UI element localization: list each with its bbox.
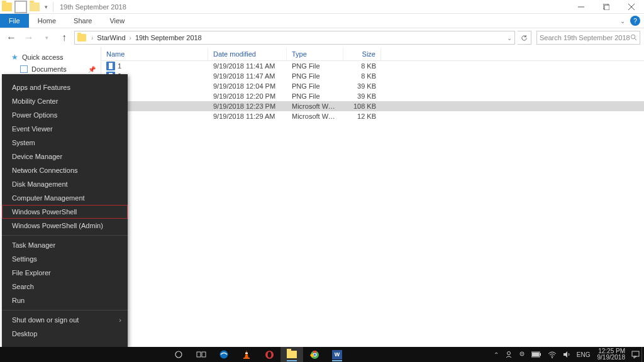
show-desktop-button[interactable] bbox=[641, 347, 644, 362]
tab-home[interactable]: Home bbox=[29, 14, 65, 28]
search-icon[interactable] bbox=[630, 34, 637, 42]
cell-type: Microsoft Word D... bbox=[287, 112, 343, 120]
maximize-button[interactable] bbox=[594, 0, 619, 14]
new-folder-icon[interactable] bbox=[28, 1, 42, 13]
people-icon[interactable] bbox=[502, 347, 516, 362]
clock[interactable]: 12:25 PM 9/19/2018 bbox=[594, 348, 630, 361]
cell-type: PNG File bbox=[287, 62, 343, 70]
recent-locations-icon[interactable]: ▾ bbox=[39, 30, 54, 45]
winx-item-system[interactable]: System bbox=[2, 136, 128, 150]
table-row[interactable]: 9/19/2018 12:20 PM PNG File 39 KB bbox=[101, 91, 644, 101]
winx-item-network-connections[interactable]: Network Connections bbox=[2, 163, 128, 177]
svg-point-27 bbox=[507, 352, 510, 355]
svg-marker-34 bbox=[564, 351, 567, 358]
edge-icon[interactable] bbox=[213, 347, 235, 362]
winx-item-windows-powershell-admin-[interactable]: Windows PowerShell (Admin) bbox=[2, 219, 128, 233]
network-icon[interactable] bbox=[545, 347, 560, 362]
folder-icon[interactable] bbox=[0, 1, 14, 13]
file-tab[interactable]: File bbox=[0, 14, 29, 28]
table-row[interactable]: 9/19/2018 12:04 PM PNG File 39 KB bbox=[101, 81, 644, 91]
chevron-right-icon[interactable]: › bbox=[127, 35, 134, 41]
cortana-icon[interactable] bbox=[167, 347, 190, 362]
column-header-type[interactable]: Type bbox=[287, 47, 343, 60]
svg-point-23 bbox=[267, 351, 271, 358]
volume-icon[interactable] bbox=[560, 347, 574, 362]
star-icon: ★ bbox=[11, 53, 18, 62]
help-icon[interactable]: ? bbox=[630, 16, 640, 26]
minimize-button[interactable] bbox=[569, 0, 594, 14]
sidebar-item-label: Quick access bbox=[22, 53, 63, 61]
window-title: 19th September 2018 bbox=[60, 3, 569, 11]
sidebar-item-quick-access[interactable]: ★ Quick access bbox=[0, 51, 101, 63]
file-explorer-icon[interactable] bbox=[280, 347, 303, 362]
svg-line-7 bbox=[635, 38, 636, 40]
breadcrumb-segment[interactable]: 19th September 2018 bbox=[135, 34, 202, 41]
action-center-icon[interactable] bbox=[629, 347, 641, 362]
winx-menu: Apps and FeaturesMobility CenterPower Op… bbox=[2, 74, 128, 347]
table-row[interactable]: 2 9/19/2018 11:47 AM PNG File 8 KB bbox=[101, 71, 644, 81]
tray-overflow-icon[interactable]: ⌃ bbox=[491, 347, 502, 362]
titlebar: ▾ 19th September 2018 bbox=[0, 0, 644, 14]
word-icon[interactable]: W bbox=[326, 347, 348, 362]
winx-item-disk-management[interactable]: Disk Management bbox=[2, 177, 128, 191]
winx-item-shut-down-or-sign-out[interactable]: Shut down or sign out› bbox=[2, 313, 128, 327]
ribbon-collapse-icon[interactable]: ⌄ bbox=[615, 18, 630, 25]
table-row[interactable]: 1 9/19/2018 11:41 AM PNG File 8 KB bbox=[101, 61, 644, 71]
vlc-icon[interactable] bbox=[235, 347, 258, 362]
winx-item-event-viewer[interactable]: Event Viewer bbox=[2, 122, 128, 136]
qat-dropdown-icon[interactable]: ▾ bbox=[42, 1, 50, 13]
chrome-icon[interactable] bbox=[303, 347, 326, 362]
refresh-button[interactable] bbox=[518, 31, 531, 45]
column-header-size[interactable]: Size bbox=[343, 47, 381, 60]
chevron-right-icon[interactable]: › bbox=[89, 35, 96, 41]
close-button[interactable] bbox=[619, 0, 644, 14]
properties-icon[interactable] bbox=[14, 1, 28, 13]
cell-size: 39 KB bbox=[343, 82, 381, 90]
svg-rect-32 bbox=[532, 353, 539, 356]
winx-item-apps-and-features[interactable]: Apps and Features bbox=[2, 80, 128, 94]
table-row[interactable]: 9/19/2018 11:29 AM Microsoft Word D... 1… bbox=[101, 111, 644, 121]
battery-icon[interactable] bbox=[528, 347, 545, 362]
language-indicator[interactable]: ENG bbox=[574, 347, 594, 362]
task-view-icon[interactable] bbox=[190, 347, 213, 362]
search-input[interactable]: Search 19th September 2018 bbox=[536, 31, 640, 45]
svg-rect-21 bbox=[245, 353, 248, 354]
winx-item-windows-powershell[interactable]: Windows PowerShell bbox=[2, 205, 128, 219]
ribbon: File Home Share View ⌄ ? bbox=[0, 14, 644, 28]
breadcrumb-segment[interactable]: StarWind bbox=[97, 34, 125, 41]
winx-item-file-explorer[interactable]: File Explorer bbox=[2, 266, 128, 280]
svg-marker-36 bbox=[634, 356, 636, 358]
tab-share[interactable]: Share bbox=[65, 14, 101, 28]
cell-date: 9/19/2018 11:41 AM bbox=[208, 62, 287, 70]
cell-size: 8 KB bbox=[343, 62, 381, 70]
chevron-down-icon[interactable]: ⌄ bbox=[507, 35, 512, 41]
winx-item-desktop[interactable]: Desktop bbox=[2, 327, 128, 341]
cell-date: 9/19/2018 11:29 AM bbox=[208, 112, 287, 120]
table-row[interactable]: 9/19/2018 12:23 PM Microsoft Word D... 1… bbox=[101, 101, 644, 111]
forward-button[interactable]: → bbox=[21, 30, 36, 45]
winx-item-run[interactable]: Run bbox=[2, 293, 128, 307]
cell-type: PNG File bbox=[287, 92, 343, 100]
winx-item-mobility-center[interactable]: Mobility Center bbox=[2, 94, 128, 108]
column-header-date[interactable]: Date modified bbox=[208, 47, 287, 60]
location-icon[interactable] bbox=[516, 347, 528, 362]
quick-access-toolbar: ▾ bbox=[0, 0, 56, 13]
address-bar[interactable]: › StarWind › 19th September 2018 ⌄ bbox=[74, 31, 515, 45]
winx-item-power-options[interactable]: Power Options bbox=[2, 108, 128, 122]
winx-item-task-manager[interactable]: Task Manager bbox=[2, 238, 128, 252]
winx-item-search[interactable]: Search bbox=[2, 280, 128, 293]
up-button[interactable]: ↑ bbox=[57, 30, 72, 45]
svg-rect-31 bbox=[540, 353, 541, 356]
cell-type: PNG File bbox=[287, 72, 343, 80]
svg-rect-20 bbox=[243, 358, 250, 359]
column-header-name[interactable]: Name bbox=[101, 47, 208, 60]
sidebar-item-documents[interactable]: Documents 📌 bbox=[0, 63, 101, 75]
search-placeholder: Search 19th September 2018 bbox=[540, 34, 630, 41]
tab-view[interactable]: View bbox=[101, 14, 133, 28]
cell-size: 8 KB bbox=[343, 72, 381, 80]
winx-item-device-manager[interactable]: Device Manager bbox=[2, 150, 128, 163]
back-button[interactable]: ← bbox=[4, 30, 19, 45]
opera-icon[interactable] bbox=[258, 347, 280, 362]
winx-item-settings[interactable]: Settings bbox=[2, 252, 128, 266]
winx-item-computer-management[interactable]: Computer Management bbox=[2, 191, 128, 205]
